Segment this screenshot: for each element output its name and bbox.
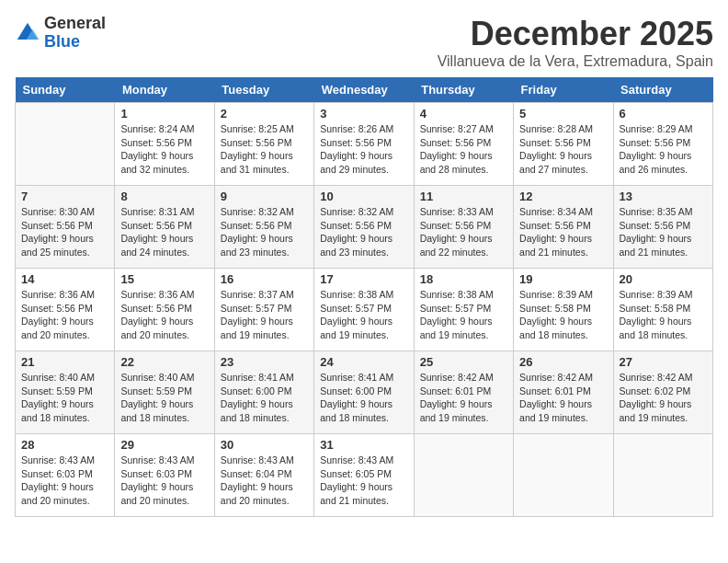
month-year-title: December 2025 bbox=[438, 15, 713, 53]
day-info: Sunrise: 8:41 AMSunset: 6:00 PMDaylight:… bbox=[221, 371, 308, 425]
calendar-cell: 26Sunrise: 8:42 AMSunset: 6:01 PMDayligh… bbox=[514, 351, 613, 434]
weekday-header-sunday: Sunday bbox=[16, 77, 115, 103]
calendar-cell: 8Sunrise: 8:31 AMSunset: 5:56 PMDaylight… bbox=[115, 186, 214, 269]
calendar-cell: 31Sunrise: 8:43 AMSunset: 6:05 PMDayligh… bbox=[314, 434, 414, 517]
calendar-cell: 3Sunrise: 8:26 AMSunset: 5:56 PMDaylight… bbox=[314, 103, 414, 186]
calendar-cell: 23Sunrise: 8:41 AMSunset: 6:00 PMDayligh… bbox=[214, 351, 313, 434]
day-number: 16 bbox=[221, 272, 308, 286]
day-number: 15 bbox=[120, 272, 208, 286]
logo-general: General bbox=[44, 14, 106, 32]
day-info: Sunrise: 8:39 AMSunset: 5:58 PMDaylight:… bbox=[620, 288, 707, 342]
day-info: Sunrise: 8:38 AMSunset: 5:57 PMDaylight:… bbox=[420, 288, 507, 342]
weekday-header-tuesday: Tuesday bbox=[214, 77, 313, 103]
day-info: Sunrise: 8:40 AMSunset: 5:59 PMDaylight:… bbox=[120, 371, 208, 425]
calendar-cell: 16Sunrise: 8:37 AMSunset: 5:57 PMDayligh… bbox=[214, 269, 313, 351]
day-info: Sunrise: 8:25 AMSunset: 5:56 PMDaylight:… bbox=[221, 122, 308, 177]
calendar-cell: 4Sunrise: 8:27 AMSunset: 5:56 PMDaylight… bbox=[414, 103, 513, 186]
day-info: Sunrise: 8:36 AMSunset: 5:56 PMDaylight:… bbox=[21, 288, 108, 342]
day-info: Sunrise: 8:42 AMSunset: 6:01 PMDaylight:… bbox=[519, 371, 607, 425]
calendar-cell: 27Sunrise: 8:42 AMSunset: 6:02 PMDayligh… bbox=[613, 351, 712, 434]
day-number: 19 bbox=[519, 272, 607, 286]
day-number: 28 bbox=[21, 438, 108, 452]
day-info: Sunrise: 8:43 AMSunset: 6:05 PMDaylight:… bbox=[320, 454, 407, 508]
day-number: 17 bbox=[320, 272, 407, 286]
day-number: 8 bbox=[120, 190, 208, 203]
calendar-cell: 24Sunrise: 8:41 AMSunset: 6:00 PMDayligh… bbox=[314, 351, 414, 434]
calendar-cell: 12Sunrise: 8:34 AMSunset: 5:56 PMDayligh… bbox=[514, 186, 613, 269]
logo-icon bbox=[15, 20, 40, 46]
day-info: Sunrise: 8:34 AMSunset: 5:56 PMDaylight:… bbox=[519, 205, 607, 259]
day-info: Sunrise: 8:26 AMSunset: 5:56 PMDaylight:… bbox=[320, 122, 407, 177]
day-number: 25 bbox=[420, 355, 507, 369]
calendar-cell: 20Sunrise: 8:39 AMSunset: 5:58 PMDayligh… bbox=[613, 269, 712, 351]
calendar-cell: 2Sunrise: 8:25 AMSunset: 5:56 PMDaylight… bbox=[214, 103, 313, 186]
day-number: 20 bbox=[620, 272, 707, 286]
calendar-week-row: 21Sunrise: 8:40 AMSunset: 5:59 PMDayligh… bbox=[16, 351, 713, 434]
calendar-cell: 13Sunrise: 8:35 AMSunset: 5:56 PMDayligh… bbox=[613, 186, 712, 269]
day-number: 22 bbox=[120, 355, 208, 369]
calendar-cell: 11Sunrise: 8:33 AMSunset: 5:56 PMDayligh… bbox=[414, 186, 513, 269]
day-info: Sunrise: 8:40 AMSunset: 5:59 PMDaylight:… bbox=[21, 371, 108, 425]
day-number: 2 bbox=[221, 107, 308, 121]
calendar-cell: 5Sunrise: 8:28 AMSunset: 5:56 PMDaylight… bbox=[514, 103, 613, 186]
logo-text: General Blue bbox=[44, 15, 106, 52]
calendar-week-row: 28Sunrise: 8:43 AMSunset: 6:03 PMDayligh… bbox=[16, 434, 713, 517]
calendar-cell: 19Sunrise: 8:39 AMSunset: 5:58 PMDayligh… bbox=[514, 269, 613, 351]
calendar-cell bbox=[414, 434, 513, 517]
day-info: Sunrise: 8:43 AMSunset: 6:03 PMDaylight:… bbox=[120, 454, 208, 508]
calendar-cell: 10Sunrise: 8:32 AMSunset: 5:56 PMDayligh… bbox=[314, 186, 414, 269]
day-number: 5 bbox=[519, 107, 607, 121]
weekday-header-row: SundayMondayTuesdayWednesdayThursdayFrid… bbox=[16, 77, 713, 103]
day-number: 27 bbox=[620, 355, 707, 369]
day-info: Sunrise: 8:43 AMSunset: 6:04 PMDaylight:… bbox=[221, 454, 308, 508]
day-info: Sunrise: 8:41 AMSunset: 6:00 PMDaylight:… bbox=[320, 371, 407, 425]
day-number: 11 bbox=[420, 190, 507, 203]
day-number: 26 bbox=[519, 355, 607, 369]
day-info: Sunrise: 8:42 AMSunset: 6:02 PMDaylight:… bbox=[620, 371, 707, 425]
day-number: 10 bbox=[320, 190, 407, 203]
day-info: Sunrise: 8:38 AMSunset: 5:57 PMDaylight:… bbox=[320, 288, 407, 342]
day-info: Sunrise: 8:32 AMSunset: 5:56 PMDaylight:… bbox=[221, 205, 308, 259]
day-number: 29 bbox=[120, 438, 208, 452]
calendar-cell bbox=[514, 434, 613, 517]
calendar-cell: 9Sunrise: 8:32 AMSunset: 5:56 PMDaylight… bbox=[214, 186, 313, 269]
calendar-cell bbox=[613, 434, 712, 517]
day-number: 14 bbox=[21, 272, 108, 286]
logo: General Blue bbox=[15, 15, 106, 52]
calendar-cell: 28Sunrise: 8:43 AMSunset: 6:03 PMDayligh… bbox=[16, 434, 115, 517]
calendar-week-row: 14Sunrise: 8:36 AMSunset: 5:56 PMDayligh… bbox=[16, 269, 713, 351]
calendar-cell: 14Sunrise: 8:36 AMSunset: 5:56 PMDayligh… bbox=[16, 269, 115, 351]
day-info: Sunrise: 8:24 AMSunset: 5:56 PMDaylight:… bbox=[120, 122, 208, 177]
day-number: 9 bbox=[221, 190, 308, 203]
day-number: 30 bbox=[221, 438, 308, 452]
calendar-cell: 17Sunrise: 8:38 AMSunset: 5:57 PMDayligh… bbox=[314, 269, 414, 351]
calendar-week-row: 1Sunrise: 8:24 AMSunset: 5:56 PMDaylight… bbox=[16, 103, 713, 186]
day-number: 12 bbox=[519, 190, 607, 203]
calendar-cell bbox=[16, 103, 115, 186]
calendar-cell: 22Sunrise: 8:40 AMSunset: 5:59 PMDayligh… bbox=[115, 351, 214, 434]
day-number: 3 bbox=[320, 107, 407, 121]
calendar-cell: 30Sunrise: 8:43 AMSunset: 6:04 PMDayligh… bbox=[214, 434, 313, 517]
location-subtitle: Villanueva de la Vera, Extremadura, Spai… bbox=[438, 53, 713, 70]
calendar-cell: 6Sunrise: 8:29 AMSunset: 5:56 PMDaylight… bbox=[613, 103, 712, 186]
weekday-header-monday: Monday bbox=[115, 77, 214, 103]
day-info: Sunrise: 8:28 AMSunset: 5:56 PMDaylight:… bbox=[519, 122, 607, 177]
calendar-week-row: 7Sunrise: 8:30 AMSunset: 5:56 PMDaylight… bbox=[16, 186, 713, 269]
day-info: Sunrise: 8:32 AMSunset: 5:56 PMDaylight:… bbox=[320, 205, 407, 259]
calendar-cell: 1Sunrise: 8:24 AMSunset: 5:56 PMDaylight… bbox=[115, 103, 214, 186]
calendar-cell: 21Sunrise: 8:40 AMSunset: 5:59 PMDayligh… bbox=[16, 351, 115, 434]
day-info: Sunrise: 8:35 AMSunset: 5:56 PMDaylight:… bbox=[620, 205, 707, 259]
day-info: Sunrise: 8:30 AMSunset: 5:56 PMDaylight:… bbox=[21, 205, 108, 259]
day-number: 13 bbox=[620, 190, 707, 203]
day-number: 18 bbox=[420, 272, 507, 286]
calendar-table: SundayMondayTuesdayWednesdayThursdayFrid… bbox=[15, 77, 713, 517]
day-info: Sunrise: 8:43 AMSunset: 6:03 PMDaylight:… bbox=[21, 454, 108, 508]
weekday-header-wednesday: Wednesday bbox=[314, 77, 414, 103]
day-info: Sunrise: 8:39 AMSunset: 5:58 PMDaylight:… bbox=[519, 288, 607, 342]
day-number: 24 bbox=[320, 355, 407, 369]
header: General Blue December 2025 Villanueva de… bbox=[15, 15, 713, 70]
day-number: 1 bbox=[120, 107, 208, 121]
calendar-cell: 15Sunrise: 8:36 AMSunset: 5:56 PMDayligh… bbox=[115, 269, 214, 351]
day-info: Sunrise: 8:33 AMSunset: 5:56 PMDaylight:… bbox=[420, 205, 507, 259]
day-number: 23 bbox=[221, 355, 308, 369]
